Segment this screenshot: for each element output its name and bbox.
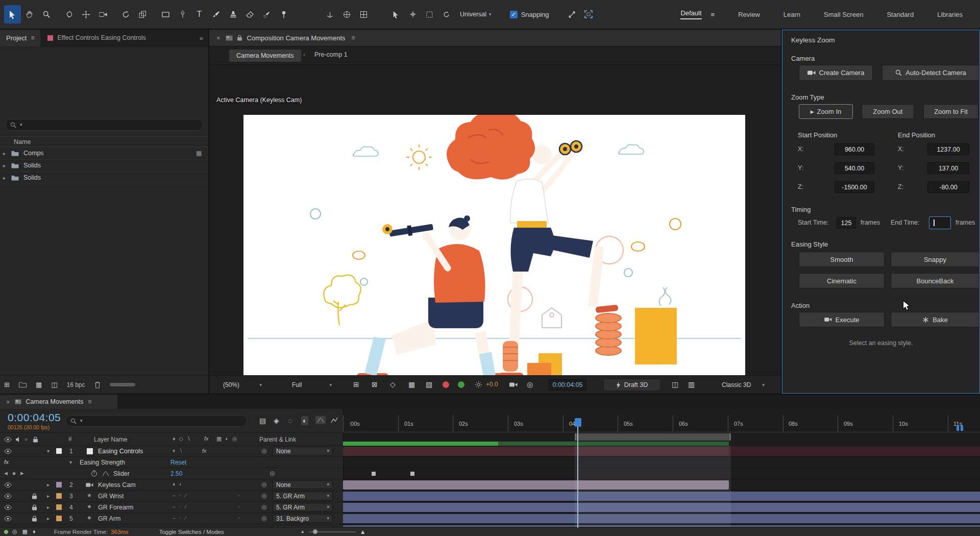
collapse-arrow-icon[interactable]: ▸ bbox=[47, 482, 50, 488]
eye-icon[interactable] bbox=[4, 516, 12, 521]
panel-menu-icon[interactable]: ≡ bbox=[352, 35, 355, 41]
start-y-input[interactable]: 540.00 bbox=[835, 162, 874, 174]
selection-tool[interactable] bbox=[4, 5, 21, 23]
parent-dropdown[interactable]: None▾ bbox=[273, 447, 333, 455]
keyframe-marker[interactable] bbox=[372, 472, 376, 476]
start-z-input[interactable]: -1500.00 bbox=[835, 181, 874, 193]
layer-switches[interactable]: –◦∕ bbox=[173, 504, 190, 509]
zoom-tool[interactable] bbox=[38, 5, 55, 23]
universal-dropdown[interactable]: Universal▾ bbox=[460, 11, 492, 18]
exposure-value[interactable]: +0.0 bbox=[486, 381, 498, 388]
layer-switches[interactable]: –◦∕ bbox=[173, 516, 190, 521]
bit-depth-label[interactable]: 16 bpc bbox=[67, 381, 85, 388]
panel-menu-icon[interactable]: ≡ bbox=[31, 35, 34, 41]
project-row-solids-1[interactable]: ▸ Solids bbox=[0, 160, 208, 172]
end-time-input[interactable] bbox=[929, 216, 951, 229]
workspace-learn[interactable]: Learn bbox=[783, 11, 800, 18]
layer-name[interactable]: GR Wrist bbox=[98, 493, 124, 500]
work-area-bar[interactable] bbox=[575, 433, 731, 441]
mask-visibility-icon[interactable]: ◇ bbox=[390, 381, 396, 388]
comp-marker[interactable] bbox=[961, 425, 963, 431]
hand-tool[interactable] bbox=[21, 5, 38, 23]
bake-button[interactable]: Bake bbox=[891, 312, 979, 327]
slider-value[interactable]: 2.50 bbox=[170, 470, 182, 477]
brush-tool[interactable] bbox=[208, 5, 225, 23]
reset-action[interactable]: Reset bbox=[170, 459, 186, 466]
timeline-zoom-slider[interactable] bbox=[309, 531, 356, 532]
end-z-input[interactable]: -80.00 bbox=[927, 181, 969, 193]
new-folder-icon[interactable] bbox=[19, 382, 27, 387]
layer-row-gr-wrist[interactable]: ▸ 3 ★ GR Wrist –◦∕ ▫ ◎ 5. GR Arm▾ bbox=[0, 491, 980, 502]
view-axis-mode[interactable] bbox=[355, 5, 372, 23]
layer-bar[interactable] bbox=[343, 514, 980, 523]
label-color-chip[interactable] bbox=[56, 448, 62, 454]
snapping-checkbox[interactable]: ✓ bbox=[510, 11, 518, 18]
clone-stamp-tool[interactable] bbox=[225, 5, 241, 23]
layer-name[interactable]: GR Arm bbox=[98, 515, 120, 522]
region-icon[interactable]: ▦ bbox=[408, 381, 415, 388]
start-time-input[interactable]: 125 bbox=[837, 217, 856, 229]
eye-icon[interactable] bbox=[4, 505, 12, 510]
parent-dropdown[interactable]: 31. Backgro▾ bbox=[273, 514, 333, 523]
comp-timecode-box[interactable]: 0:00:04:05 bbox=[549, 379, 586, 391]
panel-menu-icon[interactable]: ≡ bbox=[88, 399, 91, 405]
zoom-to-fit-button[interactable]: Zoom to Fit bbox=[923, 104, 978, 119]
layer-name-header[interactable]: Layer Name bbox=[94, 436, 127, 443]
pickwhip-icon[interactable]: ◎ bbox=[261, 504, 266, 510]
rotate-mode[interactable] bbox=[438, 5, 455, 23]
create-camera-button[interactable]: Create Camera bbox=[799, 65, 873, 81]
interpret-footage-icon[interactable]: ⊞ bbox=[4, 381, 10, 388]
region-of-interest-tool[interactable] bbox=[580, 5, 597, 23]
expand-arrow-icon[interactable]: ▸ bbox=[3, 163, 6, 168]
layer-row-keyless-cam[interactable]: ▸ 2 Keyless Cam ♦◐ ◎ None▾ bbox=[0, 479, 980, 491]
layer-bar[interactable] bbox=[343, 480, 729, 490]
collapse-arrow-icon[interactable]: ▾ bbox=[47, 449, 50, 454]
breadcrumb-parent-label[interactable]: Pre-comp 1 bbox=[314, 51, 348, 58]
collapse-arrow-icon[interactable]: ▸ bbox=[47, 516, 50, 521]
playhead-marker[interactable] bbox=[575, 418, 581, 427]
workspace-default[interactable]: Default bbox=[680, 9, 701, 19]
project-row-comps[interactable]: ▸ Comps ▦ bbox=[0, 148, 208, 160]
close-icon[interactable]: × bbox=[216, 35, 220, 41]
project-row-solids-2[interactable]: ▸ Solids bbox=[0, 172, 208, 184]
layer-bar-tail[interactable] bbox=[729, 447, 980, 456]
combine-icon[interactable]: ▦ bbox=[196, 150, 202, 156]
parent-dropdown[interactable]: 5. GR Arm▾ bbox=[273, 492, 333, 500]
snapping-toggle[interactable]: ✓ Snapping bbox=[510, 11, 549, 18]
add-keyframe-icon[interactable]: ◆ bbox=[12, 471, 16, 476]
snapshot-icon[interactable]: ◎ bbox=[527, 381, 533, 388]
layer-switches[interactable]: ♦∖ bbox=[173, 448, 186, 453]
layer-3d-switch[interactable]: ▫ bbox=[238, 493, 240, 498]
pipeline-icon-b[interactable]: ▦ bbox=[22, 529, 28, 534]
pipeline-icon-c[interactable]: ♦ bbox=[33, 529, 36, 534]
pixel-aspect-icon[interactable]: ▥ bbox=[688, 381, 695, 388]
layer-name[interactable]: GR Forearm bbox=[98, 504, 133, 511]
layer-3d-switch[interactable]: ▫ bbox=[238, 516, 240, 521]
property-row-slider[interactable]: ◀ ◆ ▶ Slider 2.50 ◎ bbox=[0, 468, 980, 479]
property-name[interactable]: Slider bbox=[113, 470, 130, 477]
parent-link-header[interactable]: Parent & Link bbox=[259, 436, 296, 443]
mask-mode[interactable] bbox=[421, 5, 438, 23]
trash-icon[interactable] bbox=[94, 381, 101, 388]
lock-icon[interactable] bbox=[237, 35, 242, 41]
workspace-review[interactable]: Review bbox=[738, 11, 760, 18]
start-x-input[interactable]: 960.00 bbox=[835, 143, 874, 155]
layer-switches[interactable]: ♦◐ bbox=[173, 482, 186, 487]
motion-blur-icon[interactable] bbox=[315, 416, 326, 424]
pickwhip-icon[interactable]: ◎ bbox=[261, 481, 266, 488]
scrollbar-thumb[interactable] bbox=[110, 383, 135, 386]
hide-shy-icon[interactable]: ◌ bbox=[288, 417, 292, 424]
zoom-slider-thumb[interactable] bbox=[313, 529, 317, 534]
lock-icon[interactable] bbox=[32, 504, 37, 510]
next-keyframe-icon[interactable]: ▶ bbox=[20, 471, 24, 476]
label-color-chip[interactable] bbox=[56, 482, 62, 488]
draft-3d-icon[interactable]: ◈ bbox=[274, 417, 279, 424]
fx-switch[interactable]: fx bbox=[202, 448, 207, 454]
auto-detect-camera-button[interactable]: Auto-Detect Camera bbox=[882, 65, 979, 81]
label-color-chip[interactable] bbox=[56, 516, 62, 521]
keyframe-marker[interactable] bbox=[410, 472, 414, 476]
safe-zones-icon[interactable]: ⊞ bbox=[353, 381, 359, 388]
layer-bar[interactable] bbox=[343, 503, 980, 512]
pen-tool[interactable] bbox=[174, 5, 191, 23]
eye-icon[interactable] bbox=[4, 449, 12, 454]
